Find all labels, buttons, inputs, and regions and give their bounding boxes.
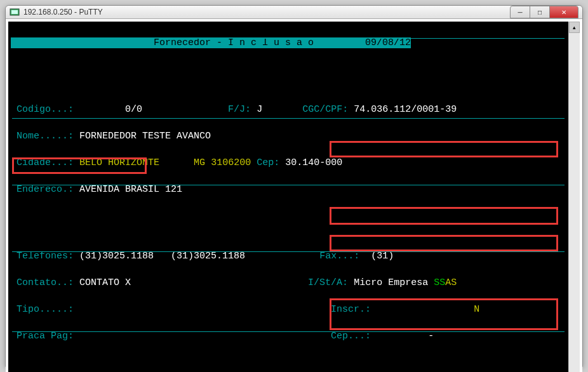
putty-icon <box>10 7 20 17</box>
maximize-button[interactable]: □ <box>530 6 550 18</box>
highlight-codcont <box>330 207 558 225</box>
minimize-button[interactable]: ─ <box>510 6 530 18</box>
vertical-scrollbar[interactable]: ▴ ▾ <box>568 22 580 372</box>
svg-rect-1 <box>11 10 18 14</box>
content-area: Fornecedor - I n c l u s a o 09/08/12 Co… <box>6 19 582 372</box>
terminal[interactable]: Fornecedor - I n c l u s a o 09/08/12 Co… <box>8 22 568 372</box>
highlight-ista <box>330 141 558 157</box>
window-title: 192.168.0.250 - PuTTY <box>23 8 511 17</box>
codigo-label: Codigo...: <box>17 104 74 115</box>
nome-value: FORNEDEDOR TESTE AVANCO <box>79 131 211 142</box>
app-window: 192.168.0.250 - PuTTY ─ □ ✕ Fornecedor -… <box>5 5 583 367</box>
window-buttons: ─ □ ✕ <box>511 6 578 18</box>
scroll-up-button[interactable]: ▴ <box>569 22 580 33</box>
close-button[interactable]: ✕ <box>549 6 578 18</box>
titlebar[interactable]: 192.168.0.250 - PuTTY ─ □ ✕ <box>6 6 582 19</box>
header-bar: Fornecedor - I n c l u s a o 09/08/12 <box>11 37 411 48</box>
codigo-value: 0/0 <box>125 104 142 115</box>
